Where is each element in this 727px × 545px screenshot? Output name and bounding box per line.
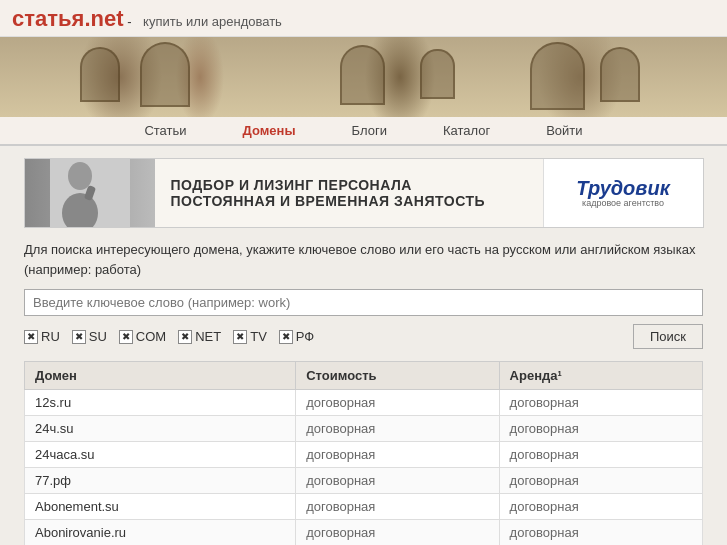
ad-logo-sub: кадровое агентство: [582, 198, 664, 208]
banner-arch-center-left: [140, 42, 190, 107]
ad-line1: ПОДБОР И ЛИЗИНГ ПЕРСОНАЛА: [171, 177, 527, 193]
nav-item-login[interactable]: Войти: [518, 117, 610, 144]
ad-person-image: [25, 159, 155, 227]
filter-com[interactable]: ✖ COM: [119, 329, 166, 344]
filter-ru-label: RU: [41, 329, 60, 344]
filter-tv-label: TV: [250, 329, 267, 344]
filter-ru[interactable]: ✖ RU: [24, 329, 60, 344]
filter-com-checkbox[interactable]: ✖: [119, 330, 133, 344]
ad-line2: ПОСТОЯННАЯ И ВРЕМЕННАЯ ЗАНЯТОСТЬ: [171, 193, 527, 209]
cell-domain: Abonement.su: [25, 494, 296, 520]
col-header-price: Стоимость: [296, 362, 499, 390]
cell-rent: договорная: [499, 520, 702, 546]
domain-table: Домен Стоимость Аренда¹ 12s.ru договорна…: [24, 361, 703, 545]
filter-ru-checkbox[interactable]: ✖: [24, 330, 38, 344]
cell-domain: Abonirovanie.ru: [25, 520, 296, 546]
banner-image: [0, 37, 727, 117]
nav-item-domains[interactable]: Домены: [215, 117, 324, 144]
filter-su-label: SU: [89, 329, 107, 344]
cell-rent: договорная: [499, 390, 702, 416]
filter-net-label: NET: [195, 329, 221, 344]
table-row[interactable]: 24ч.su договорная договорная: [25, 416, 703, 442]
table-row[interactable]: 12s.ru договорная договорная: [25, 390, 703, 416]
table-row[interactable]: Abonirovanie.ru договорная договорная: [25, 520, 703, 546]
ad-banner[interactable]: ПОДБОР И ЛИЗИНГ ПЕРСОНАЛА ПОСТОЯННАЯ И В…: [24, 158, 704, 228]
svg-point-1: [68, 162, 92, 190]
nav-item-catalog[interactable]: Каталог: [415, 117, 518, 144]
cell-domain: 12s.ru: [25, 390, 296, 416]
table-row[interactable]: Abonement.su договорная договорная: [25, 494, 703, 520]
cell-rent: договорная: [499, 494, 702, 520]
search-button[interactable]: Поиск: [633, 324, 703, 349]
table-row[interactable]: 77.рф договорная договорная: [25, 468, 703, 494]
filter-tv[interactable]: ✖ TV: [233, 329, 267, 344]
ad-text-area: ПОДБОР И ЛИЗИНГ ПЕРСОНАЛА ПОСТОЯННАЯ И В…: [155, 159, 543, 227]
cell-price: договорная: [296, 468, 499, 494]
cell-price: договорная: [296, 520, 499, 546]
cell-price: договорная: [296, 494, 499, 520]
table-header-row: Домен Стоимость Аренда¹: [25, 362, 703, 390]
col-header-domain: Домен: [25, 362, 296, 390]
ad-image: [25, 159, 155, 227]
banner-arch-center: [340, 45, 385, 105]
cell-domain: 24часа.su: [25, 442, 296, 468]
cell-domain: 77.рф: [25, 468, 296, 494]
banner-arch-left: [80, 47, 120, 102]
cell-price: договорная: [296, 416, 499, 442]
table-row[interactable]: 24часа.su договорная договорная: [25, 442, 703, 468]
filter-net[interactable]: ✖ NET: [178, 329, 221, 344]
ad-logo-area[interactable]: Трудовик кадровое агентство: [543, 159, 703, 227]
filter-rf-checkbox[interactable]: ✖: [279, 330, 293, 344]
search-input[interactable]: [24, 289, 703, 316]
filter-rf-label: РФ: [296, 329, 314, 344]
filter-su[interactable]: ✖ SU: [72, 329, 107, 344]
cell-rent: договорная: [499, 468, 702, 494]
main-content: Для поиска интересующего домена, укажите…: [0, 240, 727, 545]
header-separator: -: [127, 14, 135, 29]
cell-domain: 24ч.su: [25, 416, 296, 442]
cell-rent: договорная: [499, 416, 702, 442]
filter-su-checkbox[interactable]: ✖: [72, 330, 86, 344]
banner-arch-right1: [420, 49, 455, 99]
site-title[interactable]: статья.net: [12, 6, 124, 31]
cell-price: договорная: [296, 390, 499, 416]
banner-arch-right2: [530, 42, 585, 110]
filter-rf[interactable]: ✖ РФ: [279, 329, 314, 344]
header: статья.net - купить или арендовать: [0, 0, 727, 37]
nav-item-blogs[interactable]: Блоги: [324, 117, 415, 144]
filter-com-label: COM: [136, 329, 166, 344]
banner-arch-far-right: [600, 47, 640, 102]
filter-row: ✖ RU ✖ SU ✖ COM ✖ NET ✖ TV ✖ РФ Поиск: [24, 324, 703, 349]
filter-net-checkbox[interactable]: ✖: [178, 330, 192, 344]
header-subtitle: купить или арендовать: [143, 14, 282, 29]
col-header-rent: Аренда¹: [499, 362, 702, 390]
filter-tv-checkbox[interactable]: ✖: [233, 330, 247, 344]
cell-price: договорная: [296, 442, 499, 468]
main-nav: Статьи Домены Блоги Каталог Войти: [0, 117, 727, 146]
cell-rent: договорная: [499, 442, 702, 468]
nav-item-articles[interactable]: Статьи: [116, 117, 214, 144]
ad-logo-text: Трудовик: [576, 178, 670, 198]
search-description: Для поиска интересующего домена, укажите…: [24, 240, 703, 279]
